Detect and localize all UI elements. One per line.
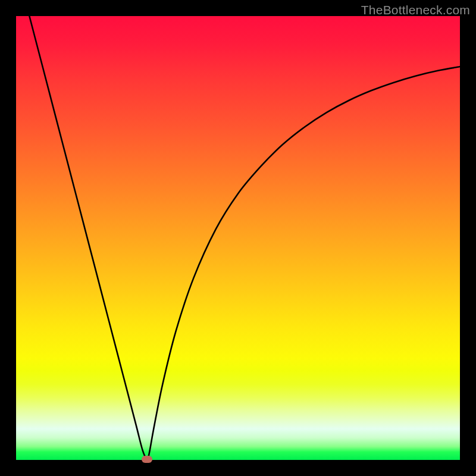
watermark: TheBottleneck.com [361, 3, 470, 17]
chart-frame: TheBottleneck.com [0, 0, 476, 476]
plot-area [16, 16, 460, 460]
bottleneck-curve [16, 16, 460, 460]
optimal-marker [142, 456, 152, 463]
